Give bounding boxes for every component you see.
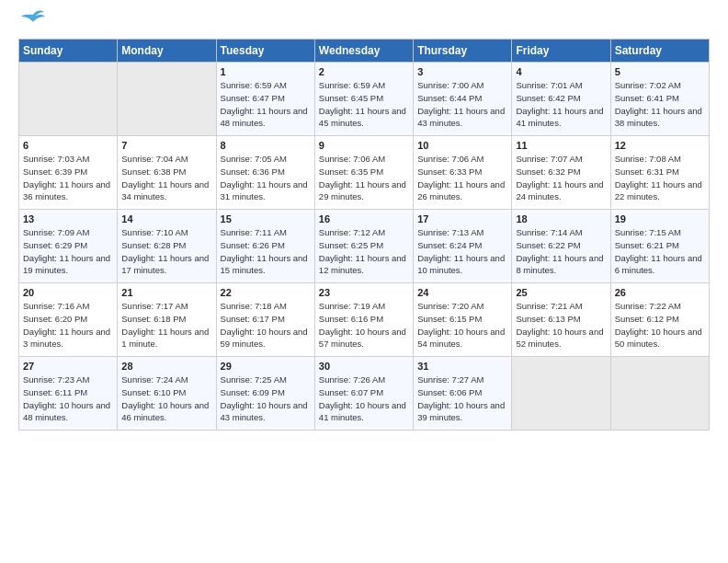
sunrise-label: Sunrise: 7:19 AM <box>319 301 385 311</box>
calendar-cell: 29Sunrise: 7:25 AMSunset: 6:09 PMDayligh… <box>216 357 314 431</box>
sunrise-label: Sunrise: 7:10 AM <box>121 227 188 237</box>
sunrise-label: Sunrise: 7:22 AM <box>615 301 681 311</box>
day-number: 24 <box>417 287 507 298</box>
cell-content: Sunrise: 7:27 AMSunset: 6:06 PMDaylight:… <box>417 373 507 424</box>
sunrise-label: Sunrise: 7:26 AM <box>319 374 385 385</box>
sunrise-label: Sunrise: 7:07 AM <box>516 154 582 164</box>
cell-content: Sunrise: 7:26 AMSunset: 6:07 PMDaylight:… <box>319 373 409 424</box>
weekday-header-saturday: Saturday <box>610 40 709 63</box>
cell-content: Sunrise: 7:25 AMSunset: 6:09 PMDaylight:… <box>221 373 311 424</box>
calendar-cell: 28Sunrise: 7:24 AMSunset: 6:10 PMDayligh… <box>118 357 216 431</box>
sunset-label: Sunset: 6:45 PM <box>319 93 383 103</box>
cell-content: Sunrise: 7:11 AMSunset: 6:26 PMDaylight:… <box>221 226 311 277</box>
calendar-cell: 27Sunrise: 7:23 AMSunset: 6:11 PMDayligh… <box>19 357 118 431</box>
calendar-cell: 9Sunrise: 7:06 AMSunset: 6:35 PMDaylight… <box>314 136 413 210</box>
day-number: 7 <box>121 140 211 151</box>
weekday-header-tuesday: Tuesday <box>216 40 314 63</box>
day-number: 23 <box>319 287 409 298</box>
day-number: 25 <box>516 287 606 298</box>
calendar-cell: 14Sunrise: 7:10 AMSunset: 6:28 PMDayligh… <box>118 210 216 283</box>
daylight-label: Daylight: 11 hours and 43 minutes. <box>417 106 505 129</box>
daylight-label: Daylight: 11 hours and 38 minutes. <box>615 106 702 129</box>
daylight-label: Daylight: 11 hours and 41 minutes. <box>516 106 603 129</box>
daylight-label: Daylight: 10 hours and 50 minutes. <box>615 327 702 350</box>
sunset-label: Sunset: 6:26 PM <box>221 240 285 250</box>
cell-content: Sunrise: 7:01 AMSunset: 6:42 PMDaylight:… <box>516 79 606 130</box>
daylight-label: Daylight: 11 hours and 22 minutes. <box>615 179 702 202</box>
calendar-cell: 8Sunrise: 7:05 AMSunset: 6:36 PMDaylight… <box>216 136 314 210</box>
day-number: 20 <box>23 287 113 298</box>
bird-icon <box>20 7 46 28</box>
sunset-label: Sunset: 6:25 PM <box>319 240 383 250</box>
calendar-cell: 12Sunrise: 7:08 AMSunset: 6:31 PMDayligh… <box>610 136 709 210</box>
daylight-label: Daylight: 10 hours and 48 minutes. <box>23 400 110 423</box>
day-number: 15 <box>221 213 311 224</box>
sunset-label: Sunset: 6:31 PM <box>615 167 679 177</box>
sunrise-label: Sunrise: 7:12 AM <box>319 227 385 237</box>
day-number: 1 <box>221 66 311 77</box>
sunset-label: Sunset: 6:24 PM <box>417 240 482 250</box>
sunrise-label: Sunrise: 7:25 AM <box>221 374 287 385</box>
calendar-cell: 25Sunrise: 7:21 AMSunset: 6:13 PMDayligh… <box>512 283 610 357</box>
day-number: 26 <box>615 287 705 298</box>
calendar-cell: 18Sunrise: 7:14 AMSunset: 6:22 PMDayligh… <box>512 210 610 283</box>
sunset-label: Sunset: 6:29 PM <box>23 240 87 250</box>
daylight-label: Daylight: 11 hours and 34 minutes. <box>121 179 209 202</box>
sunrise-label: Sunrise: 7:13 AM <box>417 227 483 237</box>
weekday-header-friday: Friday <box>512 40 610 63</box>
cell-content: Sunrise: 7:03 AMSunset: 6:39 PMDaylight:… <box>23 153 113 203</box>
day-number: 11 <box>516 140 606 151</box>
sunrise-label: Sunrise: 7:23 AM <box>23 374 89 385</box>
logo <box>18 15 46 28</box>
calendar-cell: 11Sunrise: 7:07 AMSunset: 6:32 PMDayligh… <box>512 136 610 210</box>
sunrise-label: Sunrise: 7:00 AM <box>417 80 483 90</box>
calendar-cell: 23Sunrise: 7:19 AMSunset: 6:16 PMDayligh… <box>314 283 413 357</box>
daylight-label: Daylight: 10 hours and 54 minutes. <box>417 327 505 350</box>
cell-content: Sunrise: 7:15 AMSunset: 6:21 PMDaylight:… <box>615 226 705 277</box>
calendar-cell <box>610 357 709 431</box>
cell-content: Sunrise: 7:08 AMSunset: 6:31 PMDaylight:… <box>615 153 705 203</box>
daylight-label: Daylight: 11 hours and 17 minutes. <box>121 253 209 276</box>
sunset-label: Sunset: 6:33 PM <box>417 167 482 177</box>
calendar-cell: 15Sunrise: 7:11 AMSunset: 6:26 PMDayligh… <box>216 210 314 283</box>
cell-content: Sunrise: 7:22 AMSunset: 6:12 PMDaylight:… <box>615 300 705 350</box>
week-row-2: 6Sunrise: 7:03 AMSunset: 6:39 PMDaylight… <box>19 136 710 210</box>
daylight-label: Daylight: 10 hours and 41 minutes. <box>319 400 406 423</box>
day-number: 12 <box>615 140 705 151</box>
day-number: 21 <box>121 287 211 298</box>
cell-content: Sunrise: 7:02 AMSunset: 6:41 PMDaylight:… <box>615 79 705 130</box>
calendar-cell: 17Sunrise: 7:13 AMSunset: 6:24 PMDayligh… <box>414 210 512 283</box>
calendar-cell <box>19 63 118 136</box>
sunrise-label: Sunrise: 7:01 AM <box>516 80 582 90</box>
calendar-cell: 6Sunrise: 7:03 AMSunset: 6:39 PMDaylight… <box>19 136 118 210</box>
sunrise-label: Sunrise: 7:16 AM <box>23 301 89 311</box>
day-number: 16 <box>319 213 409 224</box>
calendar-cell: 1Sunrise: 6:59 AMSunset: 6:47 PMDaylight… <box>216 63 314 136</box>
cell-content: Sunrise: 7:09 AMSunset: 6:29 PMDaylight:… <box>23 226 113 277</box>
daylight-label: Daylight: 10 hours and 52 minutes. <box>516 327 603 350</box>
week-row-4: 20Sunrise: 7:16 AMSunset: 6:20 PMDayligh… <box>19 283 710 357</box>
page: SundayMondayTuesdayWednesdayThursdayFrid… <box>0 0 728 563</box>
day-number: 5 <box>615 66 705 77</box>
sunrise-label: Sunrise: 7:02 AM <box>615 80 681 90</box>
day-number: 19 <box>615 213 705 224</box>
sunset-label: Sunset: 6:15 PM <box>417 314 482 324</box>
sunrise-label: Sunrise: 7:06 AM <box>417 154 483 164</box>
day-number: 10 <box>417 140 507 151</box>
calendar-cell: 20Sunrise: 7:16 AMSunset: 6:20 PMDayligh… <box>19 283 118 357</box>
sunrise-label: Sunrise: 7:20 AM <box>417 301 483 311</box>
cell-content: Sunrise: 7:06 AMSunset: 6:33 PMDaylight:… <box>417 153 507 203</box>
calendar-cell: 26Sunrise: 7:22 AMSunset: 6:12 PMDayligh… <box>610 283 709 357</box>
sunset-label: Sunset: 6:11 PM <box>23 387 87 397</box>
sunrise-label: Sunrise: 7:14 AM <box>516 227 582 237</box>
daylight-label: Daylight: 11 hours and 15 minutes. <box>221 253 308 276</box>
calendar-cell: 31Sunrise: 7:27 AMSunset: 6:06 PMDayligh… <box>414 357 512 431</box>
header <box>18 15 710 28</box>
daylight-label: Daylight: 11 hours and 31 minutes. <box>221 179 308 202</box>
cell-content: Sunrise: 7:23 AMSunset: 6:11 PMDaylight:… <box>23 373 113 424</box>
cell-content: Sunrise: 7:04 AMSunset: 6:38 PMDaylight:… <box>121 153 211 203</box>
sunset-label: Sunset: 6:44 PM <box>417 93 482 103</box>
sunrise-label: Sunrise: 7:18 AM <box>221 301 287 311</box>
sunset-label: Sunset: 6:41 PM <box>615 93 679 103</box>
cell-content: Sunrise: 6:59 AMSunset: 6:45 PMDaylight:… <box>319 79 409 130</box>
